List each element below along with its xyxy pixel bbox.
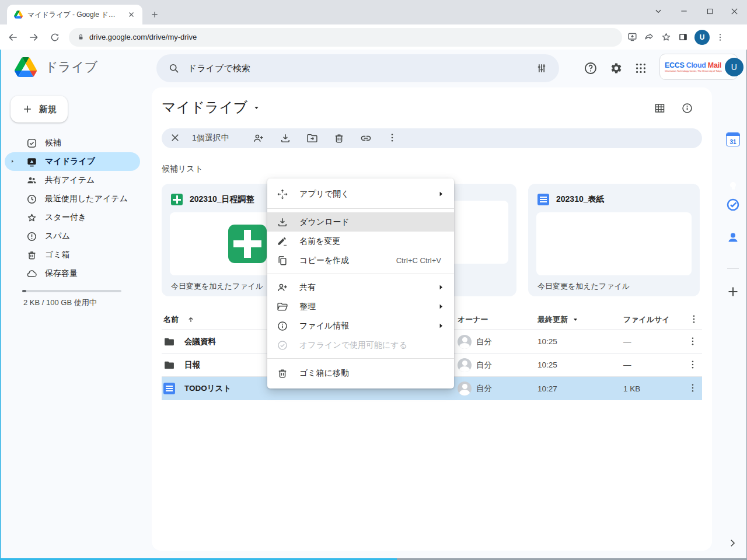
submenu-arrow-icon <box>437 283 446 292</box>
row-more-icon[interactable] <box>687 359 699 371</box>
info-icon <box>277 320 288 332</box>
apps-grid-icon[interactable] <box>633 61 648 76</box>
owner-avatar <box>458 335 472 349</box>
row-more-icon[interactable] <box>687 336 699 348</box>
drive-logo[interactable]: ドライブ <box>15 57 97 77</box>
browser-toolbar: drive.google.com/drive/my-drive U <box>0 24 747 50</box>
column-owner[interactable]: オーナー <box>458 314 537 325</box>
bookmark-star-icon[interactable] <box>661 32 672 43</box>
menu-item-label: 名前を変更 <box>299 236 446 247</box>
tab-close-icon[interactable] <box>125 8 138 21</box>
browser-menu-icon[interactable] <box>715 33 725 42</box>
maximize-button[interactable] <box>698 2 721 20</box>
collapse-panel-chevron-icon[interactable] <box>727 538 739 550</box>
column-modified[interactable]: 最終更新 <box>537 314 568 325</box>
sidebar-item-storage[interactable]: 保存容量 <box>0 264 140 283</box>
menu-divider <box>267 208 454 209</box>
side-panel-icon[interactable] <box>678 32 689 43</box>
search-icon[interactable] <box>168 62 180 74</box>
offline-pin-icon <box>277 340 288 351</box>
folder-icon <box>163 336 175 348</box>
sidebar-item-suggested[interactable]: 候補 <box>0 134 140 152</box>
sidebar-item-trash[interactable]: ゴミ箱 <box>0 246 140 264</box>
card-title: 202310_日程調整 <box>190 194 254 205</box>
sort-descending-icon[interactable] <box>573 317 578 323</box>
share-person-add-icon[interactable] <box>253 132 264 144</box>
address-bar[interactable]: drive.google.com/drive/my-drive <box>69 28 622 47</box>
menu-item-share[interactable]: 共有 <box>267 278 454 297</box>
submenu-arrow-icon <box>437 190 446 199</box>
sidebar-item-starred[interactable]: スター付き <box>0 208 140 227</box>
menu-item-move-to-trash[interactable]: ゴミ箱に移動 <box>267 362 454 384</box>
expand-arrow-icon[interactable] <box>10 159 15 164</box>
column-name[interactable]: 名前 <box>163 314 179 325</box>
sidebar-item-recent[interactable]: 最近使用したアイテム <box>0 190 140 208</box>
search-options-icon[interactable] <box>536 62 547 74</box>
menu-divider <box>267 274 454 274</box>
more-actions-icon[interactable] <box>387 132 399 144</box>
sidebar-item-my-drive[interactable]: マイドライブ <box>5 152 140 171</box>
browser-titlebar: マイドライブ - Google ドライブ <box>0 0 747 24</box>
browser-avatar[interactable]: U <box>694 30 710 45</box>
sidebar-item-label: 最近使用したアイテム <box>45 194 128 204</box>
install-icon[interactable] <box>627 32 638 43</box>
back-icon[interactable] <box>5 29 21 46</box>
selection-count: 1個選択中 <box>192 133 229 144</box>
panel-divider <box>727 268 739 269</box>
grid-view-toggle-icon[interactable] <box>654 102 666 115</box>
shared-people-icon <box>26 175 37 186</box>
trash-icon[interactable] <box>333 132 345 144</box>
sort-ascending-icon[interactable] <box>187 316 195 324</box>
menu-item-label: アプリで開く <box>299 189 425 200</box>
search-input[interactable]: ドライブで検索 <box>188 63 528 74</box>
lock-icon <box>77 33 85 41</box>
column-size[interactable]: ファイルサイ <box>623 314 687 325</box>
row-more-icon[interactable] <box>687 383 699 394</box>
browser-tab[interactable]: マイドライブ - Google ドライブ <box>7 5 142 24</box>
sidebar-item-shared[interactable]: 共有アイテム <box>0 171 140 190</box>
help-icon[interactable] <box>583 61 598 76</box>
calendar-icon[interactable]: 31 <box>726 132 740 146</box>
reload-icon[interactable] <box>47 29 63 46</box>
share-icon[interactable] <box>644 32 655 43</box>
menu-item-label: 共有 <box>299 282 425 293</box>
settings-gear-icon[interactable] <box>608 61 623 76</box>
column-options-icon[interactable] <box>689 314 700 326</box>
new-button[interactable]: 新規 <box>11 96 68 123</box>
details-info-icon[interactable] <box>681 102 694 115</box>
move-to-folder-icon[interactable] <box>306 132 318 144</box>
eccs-logo: ECCS Cloud Mail Information Technology C… <box>665 61 722 72</box>
title-dropdown-icon[interactable] <box>253 104 260 111</box>
side-panel: 31 <box>719 88 747 560</box>
tab-search-icon[interactable] <box>647 2 670 20</box>
tasks-icon[interactable] <box>726 198 740 212</box>
download-icon[interactable] <box>280 132 291 144</box>
contacts-icon[interactable] <box>726 230 740 244</box>
add-panel-app-icon[interactable] <box>726 285 740 299</box>
menu-item-organize[interactable]: 整理 <box>267 297 454 316</box>
menu-item-file-info[interactable]: ファイル情報 <box>267 316 454 335</box>
account-badge[interactable]: ECCS Cloud Mail Information Technology C… <box>659 54 738 80</box>
suggestion-card-doc[interactable]: 202310_表紙 今日変更を加えたファイル <box>528 184 700 296</box>
copy-link-icon[interactable] <box>360 132 372 144</box>
menu-item-download[interactable]: ダウンロード <box>267 212 454 232</box>
new-tab-button[interactable] <box>148 8 161 21</box>
star-icon <box>26 212 37 223</box>
clear-selection-icon[interactable] <box>170 132 181 144</box>
sidebar-item-label: スパム <box>45 231 70 242</box>
forward-icon[interactable] <box>26 29 42 46</box>
menu-item-shortcut: Ctrl+C Ctrl+V <box>396 256 441 265</box>
submenu-arrow-icon <box>437 302 446 312</box>
copy-icon <box>277 255 288 267</box>
sidebar-item-spam[interactable]: スパム <box>0 227 140 246</box>
minimize-button[interactable] <box>672 2 696 20</box>
account-avatar[interactable]: U <box>725 58 743 76</box>
search-bar[interactable]: ドライブで検索 <box>156 54 559 82</box>
menu-item-rename[interactable]: 名前を変更 <box>267 232 454 251</box>
folder-icon <box>163 359 175 371</box>
close-button[interactable] <box>722 2 746 20</box>
download-icon <box>277 216 288 228</box>
menu-item-make-copy[interactable]: コピーを作成 Ctrl+C Ctrl+V <box>267 251 454 270</box>
menu-item-open-with[interactable]: アプリで開く <box>267 183 454 205</box>
storage-usage-text: 2 KB / 100 GB 使用中 <box>23 298 152 308</box>
